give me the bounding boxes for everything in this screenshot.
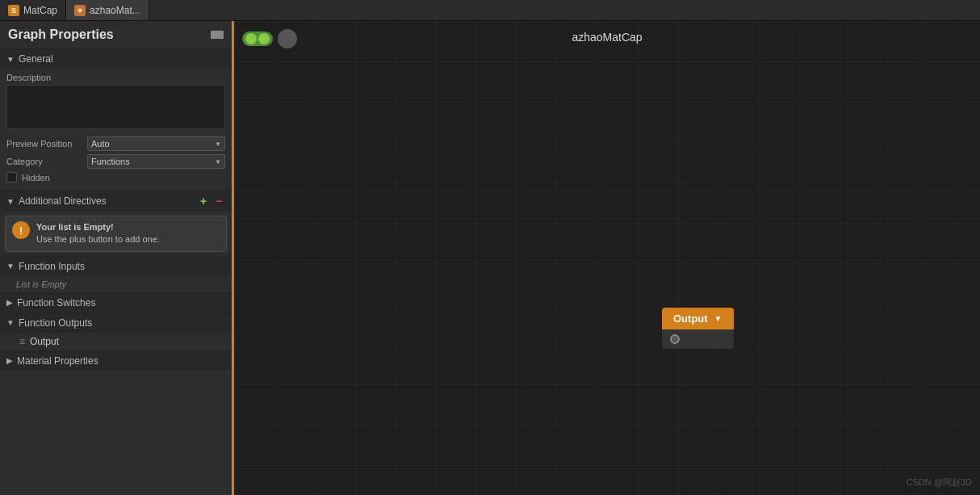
general-arrow-icon: ▼ (6, 55, 15, 64)
toggle-knob-left (245, 33, 257, 44)
azhao-icon: ◈ (74, 5, 86, 16)
tab-matcap-label: MatCap (23, 5, 57, 16)
hidden-row: Hidden (6, 172, 225, 182)
function-inputs-arrow-icon: ▼ (6, 262, 15, 271)
circle-button[interactable] (278, 29, 297, 48)
description-input[interactable] (6, 85, 225, 129)
canvas-title: azhaoMatCap (572, 31, 642, 44)
function-outputs-arrow-icon: ▼ (6, 318, 15, 327)
function-inputs-content: List is Empty (0, 276, 232, 292)
additional-directives-header[interactable]: ▼ Additional Directives + − (0, 190, 232, 212)
tab-matcap[interactable]: S MatCap (0, 0, 66, 20)
category-arrow-icon: ▼ (215, 158, 221, 166)
panel-header: Graph Properties (0, 21, 232, 48)
description-label: Description (6, 73, 225, 82)
warning-body: Use the plus button to add one. (36, 233, 160, 245)
category-value: Functions (91, 157, 130, 166)
additional-directives-actions: + − (197, 195, 225, 208)
function-outputs-header[interactable]: ▼ Function Outputs (0, 313, 232, 333)
warning-title: Your list is Empty! (36, 221, 160, 233)
material-properties-header[interactable]: ▶ Material Properties (0, 350, 232, 371)
output-equals-icon: ≡ (19, 336, 25, 347)
additional-directives-add-button[interactable]: + (197, 195, 210, 208)
function-inputs-header[interactable]: ▼ Function Inputs (0, 256, 232, 276)
preview-position-label: Preview Position (6, 139, 87, 149)
warning-icon: ! (12, 221, 30, 239)
watermark: CSDN @阿赵3D (907, 476, 972, 489)
canvas-toolbar (242, 29, 297, 48)
general-section-content: Description Preview Position Auto ▼ Cate… (0, 69, 232, 190)
warning-text: Your list is Empty! Use the plus button … (36, 221, 160, 246)
output-node-expand-icon: ▼ (714, 314, 722, 323)
general-section-label: General (19, 53, 53, 65)
function-outputs-content: ≡ Output (0, 333, 232, 350)
function-outputs-label: Function Outputs (19, 317, 92, 329)
matcap-icon: S (8, 5, 19, 16)
additional-directives-label: Additional Directives (19, 195, 107, 207)
graph-properties-title: Graph Properties (8, 27, 114, 42)
function-switches-header[interactable]: ▶ Function Switches (0, 292, 232, 313)
output-node-label: Output (673, 313, 708, 325)
toggle-button[interactable] (242, 31, 273, 46)
output-item-name: Output (30, 336, 59, 347)
output-node: Output ▼ (662, 308, 734, 349)
preview-position-dropdown[interactable]: Auto ▼ (87, 136, 225, 151)
category-label: Category (6, 157, 87, 166)
output-list-item: ≡ Output (0, 333, 232, 350)
additional-directives-arrow-icon: ▼ (6, 197, 15, 206)
canvas-area: azhaoMatCap Output ▼ CSDN @阿赵3D (234, 21, 980, 495)
main-container: Graph Properties ▼ General Description P… (0, 21, 980, 495)
output-node-port[interactable] (670, 334, 680, 344)
canvas-grid (234, 21, 980, 495)
left-panel: Graph Properties ▼ General Description P… (0, 21, 234, 495)
material-properties-label: Material Properties (17, 355, 98, 367)
material-properties-arrow-icon: ▶ (6, 356, 13, 365)
function-inputs-empty: List is Empty (0, 276, 232, 292)
toggle-knob-right (258, 33, 270, 44)
preview-position-row: Preview Position Auto ▼ (6, 136, 225, 151)
output-node-header[interactable]: Output ▼ (662, 308, 734, 329)
function-inputs-label: Function Inputs (19, 261, 85, 272)
hidden-label: Hidden (22, 173, 103, 182)
preview-position-arrow-icon: ▼ (215, 141, 221, 148)
tab-azhao[interactable]: ◈ azhaoMat... (66, 0, 149, 20)
function-switches-label: Function Switches (17, 297, 95, 308)
category-dropdown[interactable]: Functions ▼ (87, 154, 225, 169)
preview-position-value: Auto (91, 139, 110, 149)
general-section-header[interactable]: ▼ General (0, 48, 232, 69)
title-bar: S MatCap ◈ azhaoMat... (0, 0, 980, 21)
additional-directives-content: ! Your list is Empty! Use the plus butto… (0, 216, 232, 252)
tab-azhao-label: azhaoMat... (90, 5, 140, 16)
empty-warning-box: ! Your list is Empty! Use the plus butto… (5, 216, 227, 252)
hidden-checkbox[interactable] (6, 172, 17, 182)
additional-directives-remove-button[interactable]: − (212, 195, 225, 208)
function-switches-arrow-icon: ▶ (6, 298, 13, 307)
category-row: Category Functions ▼ (6, 154, 225, 169)
output-node-body (662, 329, 734, 349)
minimize-button[interactable] (211, 31, 224, 39)
